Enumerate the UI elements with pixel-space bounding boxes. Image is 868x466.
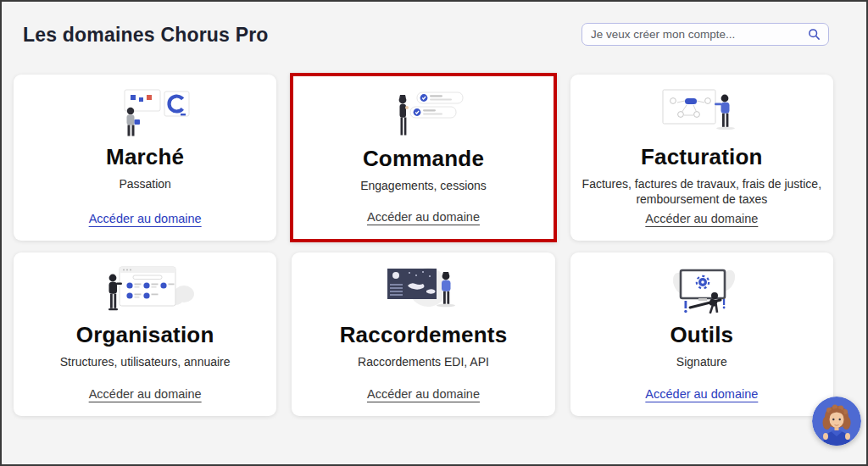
- access-domain-link-outils[interactable]: Accéder au domaine: [645, 387, 758, 401]
- card-raccordements: Raccordements Raccordements EDI, API Acc…: [292, 252, 554, 416]
- domains-grid-row-2: Organisation Structures, utilisateurs, a…: [2, 252, 866, 416]
- search-icon[interactable]: [808, 28, 821, 41]
- access-domain-link-commande[interactable]: Accéder au domaine: [367, 210, 480, 224]
- card-marche: Marché Passation Accéder au domaine: [14, 75, 276, 241]
- page-header: Les domaines Chorus Pro: [2, 2, 866, 75]
- card-title: Marché: [106, 144, 184, 170]
- card-subtitle: Engagements, cessions: [360, 178, 487, 193]
- card-title: Raccordements: [340, 322, 508, 348]
- card-subtitle: Signature: [676, 354, 727, 369]
- card-subtitle: Structures, utilisateurs, annuaire: [60, 354, 231, 369]
- access-domain-link-organisation[interactable]: Accéder au domaine: [89, 387, 202, 401]
- card-title: Organisation: [76, 322, 214, 348]
- card-subtitle: Raccordements EDI, API: [358, 354, 489, 369]
- chorus-pro-domains-page: Les domaines Chorus Pro: [0, 0, 868, 466]
- card-title: Outils: [670, 322, 733, 348]
- card-subtitle: Factures, factures de travaux, frais de …: [579, 176, 825, 207]
- person-diagram-board-illustration: [643, 86, 761, 141]
- card-commande-highlighted: Commande Engagements, cessions Accéder a…: [290, 73, 556, 242]
- person-browser-grid-illustration: [86, 264, 204, 319]
- card-title: Facturation: [641, 144, 763, 170]
- person-world-dashboard-illustration: [364, 264, 482, 319]
- access-domain-link-marche[interactable]: Accéder au domaine: [89, 212, 202, 225]
- access-domain-link-raccordements[interactable]: Accéder au domaine: [367, 387, 480, 401]
- card-organisation: Organisation Structures, utilisateurs, a…: [14, 252, 276, 416]
- page-title: Les domaines Chorus Pro: [23, 24, 269, 47]
- search-input[interactable]: [591, 28, 808, 41]
- card-outils: Outils Signature Accéder au domaine: [570, 252, 833, 416]
- person-screen-gear-illustration: [643, 264, 761, 319]
- assistant-avatar[interactable]: [812, 397, 861, 446]
- card-title: Commande: [363, 146, 484, 172]
- create-account-search-box[interactable]: [581, 23, 829, 46]
- access-domain-link-facturation[interactable]: Accéder au domaine: [645, 212, 758, 225]
- person-checklist-illustration: [364, 88, 482, 142]
- card-subtitle: Passation: [119, 176, 170, 191]
- domains-grid-row-1: Marché Passation Accéder au domaine: [2, 75, 866, 241]
- person-board-refresh-illustration: [86, 86, 204, 141]
- card-facturation: Facturation Factures, factures de travau…: [570, 75, 833, 241]
